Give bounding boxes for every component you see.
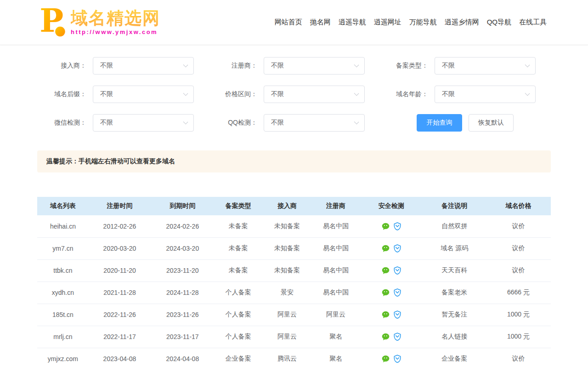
security-check-cell xyxy=(360,237,423,259)
filter-select[interactable]: 不限 xyxy=(264,57,365,75)
filter-field: 域名后缀： 不限 xyxy=(37,86,208,103)
exp_date-cell: 2024-03-20 xyxy=(151,237,215,259)
table-body: heihai.cn2012-02-262024-02-26未备案未知备案易名中国… xyxy=(37,215,551,368)
column-header: 接入商 xyxy=(262,197,312,215)
nav-item[interactable]: 逍遥导航 xyxy=(339,18,366,27)
site-header: P 域名精选网 http://www.ymjxw.com 网站首页 抛名网 逍遥… xyxy=(0,0,588,45)
icp_type-cell: 未备案 xyxy=(215,237,262,259)
registrar-cell: 易名中国 xyxy=(312,237,360,259)
exp_date-cell: 2024-11-28 xyxy=(151,282,215,304)
icp_type-cell: 个人备案 xyxy=(215,282,262,304)
domain-cell: ymjxz.com xyxy=(37,348,89,368)
chevron-down-icon xyxy=(354,120,359,125)
isp-cell: 未知备案 xyxy=(262,259,312,282)
filter-select[interactable]: 不限 xyxy=(435,57,536,75)
site-url: http://www.ymjxw.com xyxy=(71,29,160,35)
filter-field: 注册商： 不限 xyxy=(208,57,379,75)
filter-select[interactable]: 不限 xyxy=(264,86,365,103)
column-header: 注册商 xyxy=(312,197,360,215)
wechat-safe-icon[interactable] xyxy=(382,311,390,318)
wechat-safe-icon[interactable] xyxy=(382,245,390,252)
filter-field: 接入商： 不限 xyxy=(37,57,208,75)
chevron-down-icon xyxy=(183,91,188,96)
qq-shield-safe-icon[interactable] xyxy=(394,222,401,230)
filter-select[interactable]: 不限 xyxy=(435,86,536,103)
domain-cell: xydh.cn xyxy=(37,282,89,304)
filter-field: 微信检测： 不限 xyxy=(37,114,208,132)
registrar-cell: 易名中国 xyxy=(312,259,360,282)
note-cell: 备案老米 xyxy=(423,282,486,304)
exp_date-cell: 2023-11-20 xyxy=(151,259,215,282)
wechat-safe-icon[interactable] xyxy=(382,289,390,296)
filter-select[interactable]: 不限 xyxy=(93,114,194,132)
column-header: 备案类型 xyxy=(215,197,262,215)
filter-label: 域名后缀： xyxy=(37,90,93,98)
security-check-cell xyxy=(360,348,423,368)
wechat-safe-icon[interactable] xyxy=(382,267,390,274)
search-button[interactable]: 开始查询 xyxy=(417,114,462,132)
domain-cell: heihai.cn xyxy=(37,215,89,237)
filter-label: QQ检测： xyxy=(208,119,264,127)
price-cell: 议价 xyxy=(486,237,551,259)
exp_date-cell: 2023-11-26 xyxy=(151,304,215,326)
security-check-cell xyxy=(360,215,423,237)
isp-cell: 未知备案 xyxy=(262,215,312,237)
reg_date-cell: 2020-03-20 xyxy=(89,237,151,259)
filter-grid: 接入商： 不限 注册商： 不限 备案类型： 不限 域名后缀： 不限 价格区间： … xyxy=(37,45,551,132)
filter-label: 接入商： xyxy=(37,62,93,70)
chevron-down-icon xyxy=(183,120,188,125)
filter-select[interactable]: 不限 xyxy=(93,86,194,103)
reset-button[interactable]: 恢复默认 xyxy=(469,114,514,132)
icp_type-cell: 个人备案 xyxy=(215,326,262,348)
qq-shield-safe-icon[interactable] xyxy=(394,355,401,363)
registrar-cell: 聚名 xyxy=(312,326,360,348)
registrar-cell: 聚名 xyxy=(312,348,360,368)
site-logo[interactable]: P 域名精选网 http://www.ymjxw.com xyxy=(40,7,160,38)
filter-field: 域名年龄： 不限 xyxy=(379,86,550,103)
qq-shield-safe-icon[interactable] xyxy=(394,310,401,319)
note-cell: 自然双拼 xyxy=(423,215,486,237)
qq-shield-safe-icon[interactable] xyxy=(394,244,401,253)
qq-shield-safe-icon[interactable] xyxy=(394,266,401,275)
price-cell: 议价 xyxy=(486,348,551,368)
isp-cell: 腾讯云 xyxy=(262,348,312,368)
filter-select[interactable]: 不限 xyxy=(264,114,365,132)
reg_date-cell: 2012-02-26 xyxy=(89,215,151,237)
security-check-cell xyxy=(360,326,423,348)
domain-cell: 185t.cn xyxy=(37,304,89,326)
wechat-safe-icon[interactable] xyxy=(382,355,390,362)
filter-select[interactable]: 不限 xyxy=(93,57,194,75)
filter-select-value: 不限 xyxy=(442,62,455,70)
domain-cell: ttbk.cn xyxy=(37,259,89,282)
table-row: ttbk.cn2020-11-202023-11-20未备案未知备案易名中国 天… xyxy=(37,259,551,282)
isp-cell: 阿里云 xyxy=(262,304,312,326)
filter-label: 价格区间： xyxy=(208,90,264,98)
qq-shield-safe-icon[interactable] xyxy=(394,333,401,341)
isp-cell: 阿里云 xyxy=(262,326,312,348)
nav-item[interactable]: 万能导航 xyxy=(409,18,437,27)
icp_type-cell: 个人备案 xyxy=(215,304,262,326)
exp_date-cell: 2024-04-08 xyxy=(151,348,215,368)
reg_date-cell: 2022-11-26 xyxy=(89,304,151,326)
nav-item[interactable]: 抛名网 xyxy=(310,18,331,27)
icp_type-cell: 企业备案 xyxy=(215,348,262,368)
domain-table: 域名列表注册时间到期时间备案类型接入商注册商安全检测备注说明域名价格 heiha… xyxy=(37,197,551,368)
table-row: ymjxz.com2023-04-082024-04-08企业备案腾讯云聚名 企… xyxy=(37,348,551,368)
price-cell: 1000 元 xyxy=(486,326,551,348)
wechat-safe-icon[interactable] xyxy=(382,223,390,230)
nav-item[interactable]: 在线工具 xyxy=(519,18,547,27)
column-header: 注册时间 xyxy=(89,197,151,215)
logo-mark-icon: P xyxy=(40,7,66,38)
column-header: 到期时间 xyxy=(151,197,215,215)
qq-shield-safe-icon[interactable] xyxy=(394,288,401,297)
nav-item[interactable]: 网站首页 xyxy=(275,18,302,27)
column-header: 安全检测 xyxy=(360,197,423,215)
nav-item[interactable]: QQ导航 xyxy=(487,18,511,27)
icp_type-cell: 未备案 xyxy=(215,259,262,282)
nav-item[interactable]: 逍遥乡情网 xyxy=(445,18,479,27)
nav-item[interactable]: 逍遥网址 xyxy=(374,18,401,27)
wechat-safe-icon[interactable] xyxy=(382,333,390,340)
column-header: 备注说明 xyxy=(423,197,486,215)
table-row: ym7.cn2020-03-202024-03-20未备案未知备案易名中国 域名… xyxy=(37,237,551,259)
exp_date-cell: 2024-02-26 xyxy=(151,215,215,237)
